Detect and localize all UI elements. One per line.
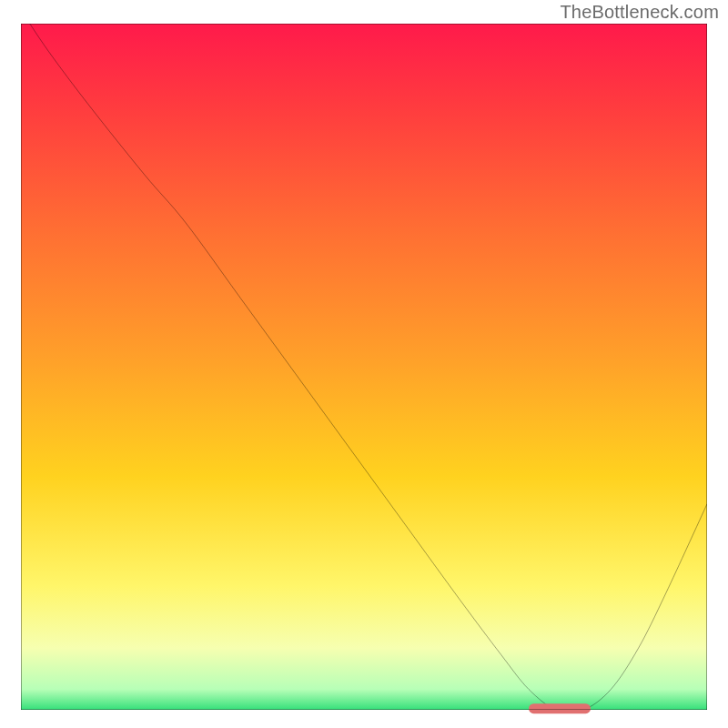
- svg-rect-1: [21, 24, 707, 710]
- plot-area: [21, 24, 707, 710]
- chart-container: TheBottleneck.com: [0, 0, 728, 728]
- watermark-text: TheBottleneck.com: [560, 2, 719, 23]
- axes-border: [21, 24, 707, 710]
